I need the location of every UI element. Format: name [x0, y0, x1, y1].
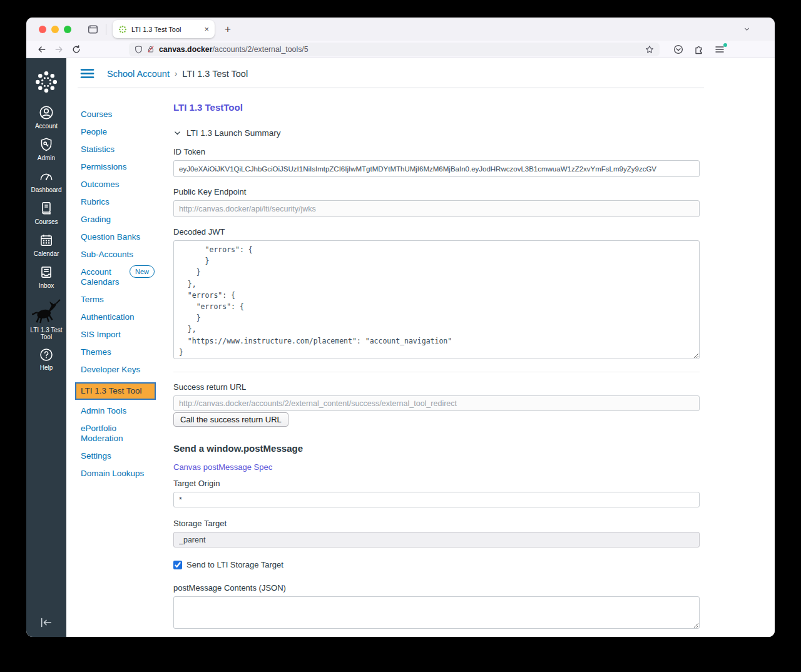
forward-button[interactable]: [50, 42, 68, 57]
subnav-item-outcomes[interactable]: Outcomes: [81, 180, 158, 190]
storage-target-label: Storage Target: [173, 519, 700, 528]
sidebar-item-admin[interactable]: Admin: [38, 136, 55, 161]
chevron-down-icon: [173, 129, 181, 137]
call-success-url-button[interactable]: Call the success return URL: [173, 412, 288, 427]
decoded-jwt-label: Decoded JWT: [173, 227, 700, 237]
close-window-button[interactable]: [39, 26, 46, 33]
url-bar[interactable]: canvas.docker/accounts/2/external_tools/…: [129, 43, 660, 56]
account-icon: [38, 104, 54, 121]
breadcrumb: School Account › LTI 1.3 Test Tool: [107, 69, 248, 79]
tab-separator: [106, 24, 106, 35]
update-badge: [723, 43, 727, 47]
sidebar-item-courses[interactable]: Courses: [34, 200, 58, 225]
send-to-storage-checkbox[interactable]: [173, 561, 182, 569]
new-tab-button[interactable]: +: [225, 24, 231, 34]
bookmark-star-icon[interactable]: [645, 45, 654, 54]
launch-summary-label: LTI 1.3 Launch Summary: [186, 128, 281, 138]
subnav-item-courses[interactable]: Courses: [81, 109, 158, 120]
sidebar-item-calendar[interactable]: Calendar: [34, 232, 59, 257]
decoded-jwt-textarea[interactable]: "errors": { } } }, "errors": { "errors":…: [173, 240, 700, 359]
canvas-logo-icon[interactable]: [34, 69, 59, 94]
minimize-window-button[interactable]: [51, 26, 59, 33]
canvas-page: School Account › LTI 1.3 Test Tool Cours…: [66, 58, 775, 637]
success-url-label: Success return URL: [173, 382, 700, 392]
insecure-lock-icon[interactable]: [147, 45, 155, 53]
courses-icon: [38, 200, 54, 216]
subnav-item-authentication[interactable]: Authentication: [81, 312, 158, 322]
zoom-window-button[interactable]: [64, 26, 71, 33]
tab-lti-test-tool[interactable]: LTI 1.3 Test Tool ×: [113, 20, 215, 38]
subnav-item-eportfolio-moderation[interactable]: ePortfolio Moderation: [81, 424, 158, 444]
subnav-item-permissions[interactable]: Permissions: [81, 162, 158, 172]
breadcrumb-separator: ›: [175, 69, 177, 78]
subnav-item-domain-lookups[interactable]: Domain Lookups: [81, 469, 158, 479]
tracking-protection-shield-icon[interactable]: [135, 45, 143, 54]
sidebar-item-lti-test-tool[interactable]: LTI 1.3 Test Tool: [26, 298, 66, 340]
navigation-toolbar: canvas.docker/accounts/2/external_tools/…: [26, 41, 775, 58]
subnav-item-developer-keys[interactable]: Developer Keys: [81, 365, 158, 375]
send-to-storage-checkbox-row[interactable]: Send to LTI Storage Target: [173, 560, 700, 569]
subnav-item-themes[interactable]: Themes: [81, 347, 158, 357]
tab-close-icon[interactable]: ×: [204, 25, 209, 33]
calendar-icon: [38, 232, 54, 248]
url-path: /accounts/2/external_tools/5: [212, 45, 308, 54]
traffic-lights: [39, 26, 71, 33]
breadcrumb-school-account[interactable]: School Account: [107, 69, 170, 79]
postmessage-contents-textarea[interactable]: [173, 596, 700, 629]
url-text: canvas.docker/accounts/2/external_tools/…: [159, 45, 309, 54]
postmessage-contents-label: postMessage Contents (JSON): [173, 583, 700, 593]
hamburger-menu-icon[interactable]: [80, 68, 94, 79]
subnav-item-admin-tools[interactable]: Admin Tools: [81, 406, 158, 416]
subnav-item-grading[interactable]: Grading: [81, 215, 158, 225]
extensions-puzzle-icon[interactable]: [694, 44, 704, 54]
subnav-item-question-banks[interactable]: Question Banks: [81, 232, 158, 242]
collapse-global-nav-icon[interactable]: [39, 617, 53, 628]
reload-button[interactable]: [68, 42, 85, 57]
sidebar-item-inbox[interactable]: Inbox: [38, 264, 54, 289]
sidebar-item-dashboard[interactable]: Dashboard: [31, 168, 62, 193]
breadcrumb-row: School Account › LTI 1.3 Test Tool: [66, 58, 775, 86]
public-key-label: Public Key Endpoint: [173, 187, 700, 196]
launch-summary-toggle[interactable]: LTI 1.3 Launch Summary: [173, 128, 700, 138]
admin-icon: [38, 136, 54, 153]
url-host: canvas.docker: [159, 45, 212, 54]
id-token-label: ID Token: [173, 147, 700, 156]
back-button[interactable]: [33, 42, 50, 57]
subnav-item-statistics[interactable]: Statistics: [81, 145, 158, 155]
account-sub-nav: Courses People Statistics Permissions Ou…: [66, 88, 173, 637]
unicorn-icon: [32, 298, 61, 325]
sidebar-item-help[interactable]: Help: [39, 347, 54, 371]
subnav-item-sis-import[interactable]: SIS Import: [81, 330, 158, 340]
tab-title: LTI 1.3 Test Tool: [131, 26, 200, 33]
tab-strip: LTI 1.3 Test Tool × +: [26, 18, 775, 41]
postmessage-spec-link[interactable]: Canvas postMessage Spec: [173, 462, 272, 472]
post-message-heading: Send a window.postMessage: [173, 443, 700, 454]
target-origin-label: Target Origin: [173, 479, 700, 488]
list-tabs-chevron-icon[interactable]: [743, 25, 751, 33]
subnav-item-account-calendars[interactable]: Account Calendars New: [81, 267, 158, 287]
new-badge: New: [130, 265, 155, 278]
target-origin-input[interactable]: [173, 492, 700, 507]
subnav-item-terms[interactable]: Terms: [81, 295, 158, 305]
pocket-icon[interactable]: [673, 44, 683, 54]
subnav-item-lti-test-tool[interactable]: LTI 1.3 Test Tool: [75, 382, 156, 400]
sidebar-item-account[interactable]: Account: [35, 104, 58, 130]
lti-tool-content: LTI 1.3 TestTool LTI 1.3 Launch Summary …: [173, 88, 700, 637]
subnav-item-sub-accounts[interactable]: Sub-Accounts: [81, 250, 158, 260]
section-divider: [173, 372, 700, 372]
subnav-item-rubrics[interactable]: Rubrics: [81, 197, 158, 207]
subnav-item-people[interactable]: People: [81, 127, 158, 137]
storage-target-input[interactable]: [173, 532, 700, 547]
subnav-item-settings[interactable]: Settings: [81, 451, 158, 461]
page-title: LTI 1.3 TestTool: [173, 102, 700, 113]
firefox-view-icon[interactable]: [88, 24, 98, 34]
canvas-global-nav: Account Admin Dashbo: [26, 58, 66, 637]
success-url-input[interactable]: [173, 395, 700, 411]
app-menu-icon[interactable]: [715, 45, 725, 54]
canvas-favicon: [118, 25, 127, 34]
breadcrumb-current: LTI 1.3 Test Tool: [182, 69, 248, 79]
browser-window: LTI 1.3 Test Tool × +: [26, 18, 775, 637]
id-token-input[interactable]: [173, 160, 700, 177]
public-key-input[interactable]: [173, 200, 700, 217]
toolbar-right-icons: [673, 44, 725, 54]
